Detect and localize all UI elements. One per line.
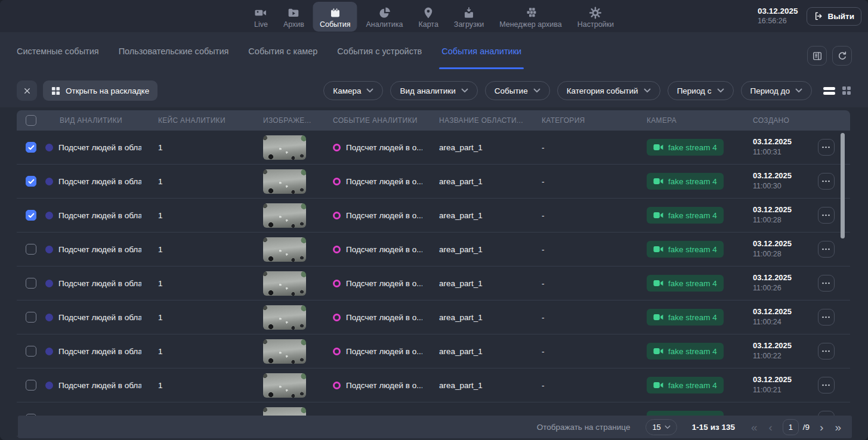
created-time: 11:00:31	[753, 147, 792, 157]
analytics-event-icon	[333, 280, 341, 287]
event-thumbnail[interactable]	[263, 305, 306, 330]
table-row[interactable]: Подсчет людей в обла... 1 Подсчет людей …	[17, 334, 850, 368]
created-time: 11:00:21	[753, 385, 792, 395]
row-actions-button[interactable]	[818, 139, 835, 156]
tab[interactable]: События аналитики	[441, 32, 521, 70]
open-on-layout-button[interactable]: Открыть на раскладке	[43, 80, 157, 101]
row-checkbox[interactable]	[26, 278, 36, 289]
created-cell: 03.12.2025 11:00:24	[753, 307, 792, 327]
analytics-case-value: 1	[158, 347, 163, 356]
row-actions-button[interactable]	[818, 309, 835, 326]
report-button[interactable]	[807, 46, 827, 66]
filter-dropdown[interactable]: Событие	[485, 81, 550, 100]
row-checkbox[interactable]	[26, 380, 36, 391]
table-row[interactable]: Подсчет людей в обла... 1 Подсчет людей …	[17, 165, 850, 199]
camera-icon	[653, 314, 663, 321]
settings-gear-icon	[589, 7, 602, 19]
row-actions-button[interactable]	[818, 173, 835, 190]
select-all-checkbox[interactable]	[26, 115, 36, 126]
clear-selection-button[interactable]	[17, 80, 37, 101]
tab[interactable]: События с камер	[248, 32, 317, 70]
events-icon	[329, 7, 341, 19]
area-name-value: area_part_1	[439, 381, 483, 390]
analytics-event-value: Подсчет людей в о...	[346, 279, 422, 288]
row-actions-button[interactable]	[818, 275, 835, 292]
analytics-type-value: Подсчет людей в обла...	[58, 347, 141, 356]
camera-badge[interactable]: fake stream 4	[647, 241, 724, 258]
table-row[interactable]: Подсчет людей в обла... 1 Подсчет людей …	[17, 131, 850, 165]
table-row[interactable]: Подсчет людей в обла... 1 Подсчет людей …	[17, 300, 850, 334]
table-row[interactable]: Подсчет людей в обла... 1 Подсчет людей …	[17, 199, 850, 233]
table-row[interactable]: Подсчет людей в обла... 1 Подсчет людей …	[17, 267, 850, 300]
nav-item-archive[interactable]: Архив	[277, 2, 311, 32]
event-thumbnail[interactable]	[263, 339, 306, 364]
camera-name: fake stream 4	[668, 347, 717, 356]
next-page-button[interactable]: ›	[818, 422, 824, 433]
column-header-image: ИЗОБРАЖЕ...	[248, 110, 316, 131]
nav-item-analytics[interactable]: Аналитика	[360, 2, 410, 32]
event-thumbnail[interactable]	[263, 135, 306, 160]
nav-item-live[interactable]: Live	[248, 2, 274, 32]
row-actions-button[interactable]	[818, 241, 835, 258]
nav-item-downloads[interactable]: Загрузки	[447, 2, 490, 32]
row-checkbox[interactable]	[26, 142, 36, 153]
more-dots-icon	[821, 146, 830, 148]
camera-icon	[653, 246, 663, 253]
tab-label: События с устройств	[337, 47, 422, 56]
camera-badge[interactable]: fake stream 4	[647, 377, 724, 393]
grid-view-button[interactable]	[842, 86, 851, 95]
first-page-button[interactable]: «	[750, 422, 759, 433]
filter-dropdown[interactable]: Период до	[741, 81, 813, 100]
row-actions-button[interactable]	[818, 207, 835, 224]
row-checkbox[interactable]	[26, 176, 36, 187]
filters-toolbar: Открыть на раскладке Камера Вид аналитик…	[17, 80, 851, 101]
column-header-created: СОЗДАНО	[736, 110, 802, 131]
tab[interactable]: Пользовательские события	[119, 32, 229, 70]
camera-badge[interactable]: fake stream 4	[647, 207, 724, 224]
camera-badge[interactable]: fake stream 4	[647, 173, 724, 190]
tab[interactable]: События с устройств	[337, 32, 422, 70]
topbar: Live Архив События Аналитика Карта Загру…	[0, 0, 868, 32]
per-page-dropdown[interactable]: 15	[645, 419, 677, 435]
analytics-event-value: Подсчет людей в о...	[346, 177, 422, 186]
row-checkbox[interactable]	[26, 312, 36, 323]
event-thumbnail[interactable]	[263, 169, 306, 194]
row-checkbox[interactable]	[26, 244, 36, 255]
refresh-button[interactable]	[832, 46, 852, 66]
camera-badge[interactable]: fake stream 4	[647, 275, 724, 292]
nav-item-events[interactable]: События	[313, 2, 357, 32]
analytics-event-value: Подсчет людей в о...	[346, 143, 422, 152]
vertical-scrollbar-thumb[interactable]	[841, 133, 845, 238]
category-value: -	[542, 245, 545, 254]
row-actions-button[interactable]	[818, 377, 835, 393]
filter-dropdown[interactable]: Период с	[668, 81, 734, 100]
camera-badge[interactable]: fake stream 4	[647, 309, 724, 326]
list-view-button[interactable]	[823, 86, 835, 95]
tab[interactable]: Системные события	[17, 32, 99, 70]
table-row[interactable]: Подсчет людей в обла... 1 Подсчет людей …	[17, 368, 850, 402]
filter-dropdown[interactable]: Камера	[323, 81, 383, 100]
last-page-button[interactable]: »	[833, 422, 842, 433]
event-thumbnail[interactable]	[263, 237, 306, 262]
row-checkbox[interactable]	[26, 346, 36, 357]
camera-icon	[653, 144, 663, 151]
nav-item-archive-manager[interactable]: Менеджер архива	[493, 2, 569, 32]
event-thumbnail[interactable]	[263, 203, 306, 228]
event-thumbnail[interactable]	[263, 373, 306, 398]
camera-badge[interactable]: fake stream 4	[647, 343, 724, 360]
row-checkbox[interactable]	[26, 210, 36, 221]
event-thumbnail[interactable]	[263, 271, 306, 296]
pagination-footer: Отображать на странице 15 1-15 из 135 « …	[18, 416, 852, 438]
filter-dropdown[interactable]: Категория событий	[557, 81, 660, 100]
prev-page-button[interactable]: ‹	[768, 422, 774, 433]
camera-badge[interactable]: fake stream 4	[647, 139, 724, 156]
created-time: 11:00:28	[753, 249, 792, 259]
table-row[interactable]: Подсчет людей в обла... 1 Подсчет людей …	[17, 233, 850, 267]
row-actions-button[interactable]	[818, 343, 835, 360]
logout-button[interactable]: Выйти	[807, 7, 862, 26]
filter-dropdown[interactable]: Вид аналитики	[390, 81, 477, 100]
column-header-camera: КАМЕРА	[630, 110, 736, 131]
nav-item-settings[interactable]: Настройки	[571, 2, 620, 32]
current-page-input[interactable]: 1	[783, 419, 799, 435]
nav-item-map[interactable]: Карта	[412, 2, 444, 32]
